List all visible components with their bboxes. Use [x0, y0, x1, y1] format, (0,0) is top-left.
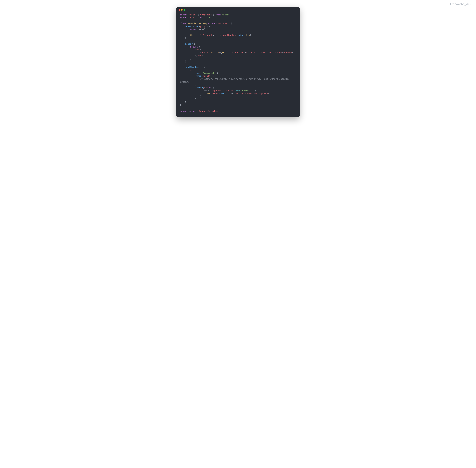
code-token: _callBackend — [185, 66, 200, 68]
code-token: ( — [202, 72, 203, 74]
code-token: . — [180, 72, 196, 74]
code-token: (props) — [196, 28, 205, 30]
code-token: ) — [180, 57, 191, 60]
code-token: ( — [198, 45, 200, 48]
code-token: > — [202, 54, 203, 57]
code-token: this — [216, 34, 221, 36]
code-token: ) — [268, 92, 269, 95]
code-token — [180, 28, 190, 30]
code-token: > — [245, 51, 246, 54]
code-token — [180, 66, 185, 68]
code-token: } — [212, 14, 216, 16]
code-token — [180, 89, 200, 92]
code-token: button — [284, 51, 292, 54]
minimize-icon[interactable] — [181, 9, 183, 11]
code-token — [240, 89, 241, 92]
code-token — [235, 89, 236, 92]
code-token: '/api/city' — [203, 72, 217, 74]
code-token: ( — [202, 75, 203, 77]
code-token: GenericErrorReq — [188, 22, 207, 25]
code-token: } — [180, 104, 181, 106]
code-token: </ — [282, 51, 284, 54]
code-token — [180, 78, 200, 80]
code-token — [180, 34, 190, 36]
code-token: response — [236, 92, 246, 95]
code-token: data — [222, 89, 227, 92]
code-token: response — [210, 89, 221, 92]
code-token: Component — [218, 22, 230, 25]
code-token: } — [180, 60, 186, 63]
code-token: description — [254, 92, 268, 95]
code-token: ) { — [207, 25, 210, 28]
code-token: return — [190, 45, 198, 48]
code-token: setError — [219, 92, 229, 95]
code-token: from — [196, 16, 202, 19]
code-token: error — [228, 89, 235, 92]
code-token — [198, 110, 199, 112]
code-token: < — [180, 51, 202, 54]
code-token: catch — [196, 87, 203, 89]
code-token: ( — [244, 34, 245, 36]
code-token: this — [190, 34, 195, 36]
code-token: 'react' — [222, 14, 231, 16]
code-token: . — [253, 92, 254, 95]
code-token: this — [245, 34, 250, 36]
code-token: => — [209, 87, 212, 89]
code-token: . — [237, 34, 238, 36]
code-token: GenericErrorReq — [199, 110, 218, 112]
code-token: React — [188, 14, 195, 16]
code-token: (err. — [203, 89, 210, 92]
code-token — [180, 92, 205, 95]
code-token: </ — [180, 54, 198, 57]
code-token: import — [180, 16, 188, 19]
code-token: Click me to call the backend — [246, 51, 282, 54]
code-token: _callBackend — [196, 34, 212, 36]
code-token: props — [212, 92, 218, 95]
code-token: data — [247, 92, 253, 95]
code-token: ) { — [253, 89, 256, 92]
code-token: _callBackend — [222, 34, 237, 36]
code-token: { — [229, 22, 232, 25]
code-token: (err. — [229, 92, 236, 95]
code-token — [202, 16, 203, 19]
code-token: > — [200, 48, 202, 51]
code-token: 'axios' — [203, 16, 212, 19]
code-token: constructor — [185, 25, 199, 28]
code-window: import React, { Component } from 'react'… — [176, 7, 300, 117]
code-token — [209, 51, 210, 54]
code-token: render — [185, 43, 193, 45]
code-token: => — [212, 75, 214, 77]
code-token: ) — [217, 72, 218, 74]
code-token: if — [200, 89, 203, 92]
code-token: button — [202, 51, 209, 54]
code-token: = — [212, 34, 216, 36]
code-token — [221, 14, 222, 16]
code-token: } — [180, 101, 186, 103]
code-content: import React, { Component } from 'react'… — [176, 11, 300, 117]
code-token: , { — [195, 14, 200, 16]
code-token: this — [222, 51, 227, 54]
code-token: { — [212, 87, 214, 89]
code-token: extends — [208, 22, 217, 25]
code-token: . — [227, 89, 228, 92]
code-token: . — [221, 89, 222, 92]
close-icon[interactable] — [179, 9, 180, 11]
code-token: from — [216, 14, 221, 16]
code-token: < — [180, 48, 196, 51]
code-token: }) — [180, 84, 198, 86]
code-token: result — [203, 75, 210, 77]
code-token: 'GENERIC' — [241, 89, 253, 92]
code-token: . — [180, 75, 196, 77]
code-token — [180, 69, 190, 71]
code-token: err — [204, 87, 208, 89]
code-token: bind — [238, 34, 244, 36]
window-titlebar — [176, 7, 300, 11]
code-token: === — [236, 89, 240, 92]
code-token: import — [180, 14, 188, 16]
code-token: ) — [250, 34, 251, 36]
code-token — [217, 22, 218, 25]
maximize-icon[interactable] — [184, 9, 185, 11]
code-token: props — [200, 25, 207, 28]
code-token: onClick — [210, 51, 219, 54]
code-token — [180, 45, 190, 48]
